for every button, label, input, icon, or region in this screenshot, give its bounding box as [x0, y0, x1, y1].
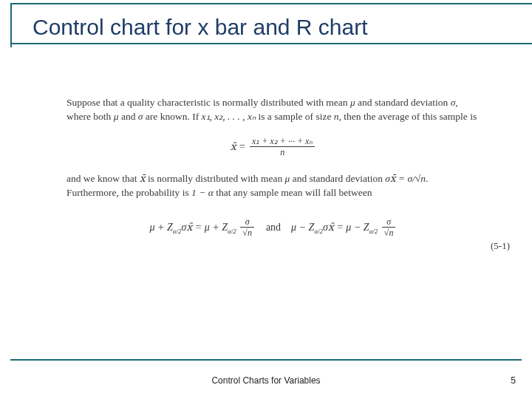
eq2-right-a: μ − Z: [291, 221, 314, 232]
p2-text-b: is normally distributed with mean: [146, 173, 285, 184]
slide-title: Control chart for x bar and R chart: [33, 15, 368, 40]
eq2-upper: μ + Zα/2σx̄ = μ + Zα/2 σ √n: [150, 216, 256, 239]
slide: Control chart for x bar and R chart Supp…: [0, 0, 532, 399]
eq1-numerator: x₁ + x₂ + ··· + xₙ: [250, 136, 315, 147]
p1-text-d: and: [119, 111, 138, 122]
eq2-sub-2: α/2: [228, 227, 236, 234]
eq1-denominator: n: [250, 147, 315, 159]
sample-list: x₁, x₂, . . . , xₙ: [202, 111, 256, 122]
page-number: 5: [511, 375, 516, 386]
xbar-symbol: x̄: [140, 173, 146, 184]
equation-bounds: μ + Zα/2σx̄ = μ + Zα/2 σ √n and μ − Zα/2…: [66, 216, 480, 239]
p1-text-g: , then the average of this sample is: [339, 111, 477, 122]
p1-text-e: are known. If: [143, 111, 201, 122]
mu-symbol: μ: [350, 97, 355, 108]
eq2-left-b: σx̄ = μ + Z: [182, 221, 228, 232]
title-bar: Control chart for x bar and R chart: [10, 3, 532, 44]
content-block: Suppose that a quality characteristic is…: [66, 96, 480, 239]
eq2-sub-3: α/2: [314, 227, 323, 234]
sigma-xbar-expr: σx̄ = σ/√n: [385, 173, 426, 184]
one-minus-alpha: 1 − α: [191, 187, 214, 198]
p2-text-a: and we know that: [66, 173, 140, 184]
eq2-and: and: [266, 220, 281, 235]
eq2-right-b: σx̄ = μ − Z: [323, 221, 369, 232]
eq1-fraction: x₁ + x₂ + ··· + xₙ n: [250, 136, 315, 159]
eq2-sub-4: α/2: [369, 227, 378, 234]
p1-text-b: and standard deviation: [355, 97, 451, 108]
eq2-frac-num-1: σ: [240, 216, 254, 228]
p1-text-f: is a sample of size: [256, 111, 334, 122]
eq2-frac-upper: σ √n: [240, 216, 254, 239]
p2-text-c: and standard deviation: [290, 173, 385, 184]
equation-bounds-wrap: μ + Zα/2σx̄ = μ + Zα/2 σ √n and μ − Zα/2…: [66, 205, 480, 239]
p2-text-e: that any sample mean will fall between: [214, 187, 372, 198]
p1-text-a: Suppose that a quality characteristic is…: [66, 97, 350, 108]
eq2-frac-num-2: σ: [382, 216, 396, 228]
eq2-sub-1: α/2: [173, 227, 182, 234]
eq1-lhs: x̄ =: [231, 141, 248, 152]
eq2-frac-lower: σ √n: [382, 216, 396, 239]
eq2-lower: μ − Zα/2σx̄ = μ − Zα/2 σ √n: [291, 216, 397, 239]
n-symbol: n: [334, 111, 339, 122]
eq2-left-a: μ + Z: [150, 221, 173, 232]
footer-text: Control Charts for Variables: [0, 375, 532, 386]
mu-symbol-2: μ: [114, 111, 119, 122]
equation-xbar: x̄ = x₁ + x₂ + ··· + xₙ n: [66, 136, 480, 159]
eq2-frac-den-1: √n: [240, 228, 254, 239]
paragraph-1: Suppose that a quality characteristic is…: [66, 96, 480, 124]
equation-number: (5-1): [491, 239, 510, 253]
bottom-rule: [10, 359, 522, 361]
eq2-frac-den-2: √n: [382, 228, 396, 239]
paragraph-2: and we know that x̄ is normally distribu…: [66, 172, 480, 200]
title-tab-accent: [10, 3, 27, 47]
